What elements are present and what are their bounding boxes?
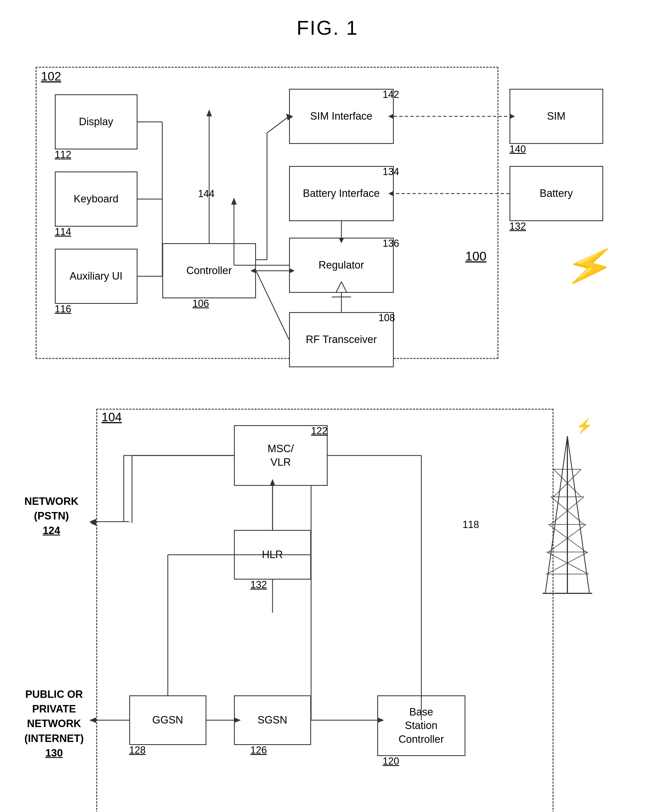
figure-title: FIG. 1: [22, 17, 633, 39]
ref-display: 112: [55, 149, 71, 160]
ref-batt-iface: 134: [383, 166, 399, 177]
svg-marker-55: [89, 519, 96, 524]
ref-battery: 132: [509, 220, 526, 232]
box-controller: Controller: [162, 243, 256, 298]
box-display: Display: [55, 94, 137, 149]
ref-hlr: 132: [251, 579, 267, 590]
box-rf-transceiver: RF Transceiver: [289, 312, 394, 367]
svg-marker-70: [89, 717, 96, 723]
page-content: FIG. 1 102 Display 112 Keyboard 114 Auxi…: [22, 17, 633, 812]
svg-line-34: [545, 436, 567, 593]
box-regulator: Regulator: [289, 238, 394, 293]
lightning-icon: ⚡: [561, 238, 619, 294]
ref-bsc: 120: [383, 755, 399, 767]
top-diagram: 102 Display 112 Keyboard 114 Auxiliary U…: [25, 50, 631, 381]
box-sim-interface: SIM Interface: [289, 89, 394, 144]
bottom-diagram: 104 NETWORK (PSTN) 124 PUBLIC OR PRIVATE…: [25, 398, 631, 812]
ref-controller: 106: [193, 298, 209, 309]
ref-100: 100: [466, 249, 487, 263]
label-102: 102: [41, 69, 61, 83]
ref-auxui: 116: [55, 303, 71, 315]
svg-marker-58: [90, 520, 96, 526]
box-base-station: Base Station Controller: [377, 695, 466, 756]
ref-keyboard: 114: [55, 226, 71, 238]
box-sgsn: SGSN: [234, 695, 311, 745]
ref-msc: 122: [311, 425, 328, 437]
tower-svg: ⚡: [532, 414, 603, 607]
box-hlr: HLR: [234, 530, 311, 579]
diagram-container: 102 Display 112 Keyboard 114 Auxiliary U…: [22, 50, 633, 812]
ref-144: 144: [198, 188, 215, 200]
ref-118: 118: [463, 519, 479, 530]
ref-sgsn: 126: [251, 744, 267, 756]
svg-line-35: [567, 436, 589, 593]
box-auxui: Auxiliary UI: [55, 249, 137, 304]
box-ggsn: GGSN: [129, 695, 206, 745]
network-internet-label: PUBLIC OR PRIVATE NETWORK (INTERNET) 130: [25, 687, 84, 760]
ref-regulator: 136: [383, 238, 399, 249]
box-keyboard: Keyboard: [55, 171, 137, 226]
ref-rf: 108: [378, 312, 395, 324]
ref-sim: 140: [509, 143, 526, 155]
box-sim: SIM: [509, 89, 603, 144]
box-battery-interface: Battery Interface: [289, 166, 394, 221]
ref-sim-iface: 142: [383, 89, 399, 100]
svg-marker-51: [89, 519, 96, 524]
ref-ggsn: 128: [129, 744, 146, 756]
svg-text:⚡: ⚡: [576, 418, 593, 434]
label-104: 104: [101, 410, 122, 424]
network-pstn-label: NETWORK (PSTN) 124: [25, 494, 78, 538]
box-battery: Battery: [509, 166, 603, 221]
